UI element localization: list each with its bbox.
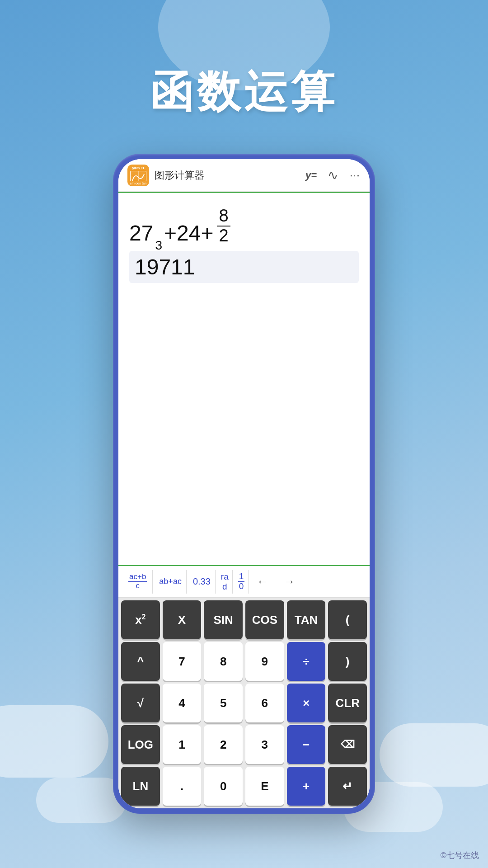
btn-5[interactable]: 5 xyxy=(204,684,243,722)
header-icons: y= ∿ ⋮ xyxy=(305,168,361,183)
kb-row-5: LN . 0 E + ↵ xyxy=(121,767,367,806)
btn-caret[interactable]: ^ xyxy=(121,642,160,681)
expand-label: ab+ac xyxy=(159,577,182,586)
btn-0[interactable]: 0 xyxy=(204,767,243,806)
divide-label: ÷ xyxy=(303,655,309,669)
exp-base: 27 xyxy=(129,221,153,245)
toolbar-row: ac+b c ab+ac 0.33 ra d xyxy=(118,565,370,598)
btn-sqrt[interactable]: √ xyxy=(121,684,160,722)
btn-close-paren[interactable]: ) xyxy=(328,642,367,681)
kb-row-3: √ 4 5 6 × CLR xyxy=(121,684,367,722)
watermark: ©七号在线 xyxy=(441,850,479,861)
fraction-label: ac+b c xyxy=(128,573,147,590)
watermark-text: ©七号在线 xyxy=(441,851,479,860)
sqrt-label: √ xyxy=(137,696,144,710)
app-icon-grid xyxy=(130,171,146,181)
clr-label: CLR xyxy=(335,696,359,710)
btn-1[interactable]: 1 xyxy=(163,725,202,764)
app-icon: y=2x+1 sin cos tan xyxy=(127,165,149,186)
btn-sin[interactable]: SIN xyxy=(204,600,243,639)
close-paren-label: ) xyxy=(346,655,350,669)
2-label: 2 xyxy=(220,738,226,752)
tan-label: TAN xyxy=(295,613,318,627)
toolbar-decimal-btn[interactable]: 0.33 xyxy=(188,570,216,594)
btn-ln[interactable]: LN xyxy=(121,767,160,806)
wave-icon[interactable]: ∿ xyxy=(328,168,338,183)
bg-cloud-right xyxy=(380,723,488,787)
btn-plus[interactable]: + xyxy=(287,767,326,806)
btn-x2[interactable]: x2 xyxy=(121,600,160,639)
btn-9[interactable]: 9 xyxy=(245,642,284,681)
5-label: 5 xyxy=(220,696,226,710)
0-label: 0 xyxy=(220,779,226,793)
4-label: 4 xyxy=(178,696,185,710)
6-label: 6 xyxy=(262,696,268,710)
dot-label: . xyxy=(180,779,183,793)
btn-cos[interactable]: COS xyxy=(245,600,284,639)
btn-3[interactable]: 3 xyxy=(245,725,284,764)
cos-label: COS xyxy=(252,613,277,627)
arrow-left-icon: ← xyxy=(257,575,268,589)
bg-cloud-left xyxy=(0,705,108,778)
multiply-label: × xyxy=(303,696,310,710)
app-header: y=2x+1 sin cos tan 图形计算器 y= ∿ ⋮ xyxy=(118,159,370,192)
x2-label: x2 xyxy=(135,613,145,627)
display-area: 27 3 +24+ 8 2 19711 xyxy=(118,193,370,565)
minus-label: − xyxy=(303,738,310,752)
btn-dot[interactable]: . xyxy=(163,767,202,806)
plus-label: + xyxy=(303,779,310,793)
btn-log[interactable]: LOG xyxy=(121,725,160,764)
toolbar-frac2-btn[interactable]: 1 0 xyxy=(235,570,249,594)
9-label: 9 xyxy=(262,655,268,669)
btn-6[interactable]: 6 xyxy=(245,684,284,722)
btn-4[interactable]: 4 xyxy=(163,684,202,722)
enter-icon: ↵ xyxy=(343,779,352,793)
expression-row: 27 3 +24+ 8 2 xyxy=(129,207,359,245)
e-label: E xyxy=(261,779,268,793)
btn-open-paren[interactable]: ( xyxy=(328,600,367,639)
x-label: X xyxy=(178,613,186,627)
btn-e[interactable]: E xyxy=(245,767,284,806)
toolbar-expand-btn[interactable]: ab+ac xyxy=(155,570,187,594)
btn-clr[interactable]: CLR xyxy=(328,684,367,722)
ln-label: LN xyxy=(133,779,149,793)
toolbar-fraction-btn[interactable]: ac+b c xyxy=(123,570,153,594)
arrow-right-icon: → xyxy=(283,575,295,589)
btn-divide[interactable]: ÷ xyxy=(287,642,326,681)
btn-enter[interactable]: ↵ xyxy=(328,767,367,806)
btn-backspace[interactable]: ⌫ xyxy=(328,725,367,764)
frac2-label: 1 0 xyxy=(238,572,245,591)
fraction-numerator: 8 xyxy=(217,207,230,226)
decimal-label: 0.33 xyxy=(193,576,211,587)
result-row: 19711 xyxy=(129,251,359,283)
btn-tan[interactable]: TAN xyxy=(287,600,326,639)
7-label: 7 xyxy=(178,655,185,669)
app-title: 图形计算器 xyxy=(155,169,305,182)
btn-7[interactable]: 7 xyxy=(163,642,202,681)
btn-multiply[interactable]: × xyxy=(287,684,326,722)
toolbar-rad-btn[interactable]: ra d xyxy=(217,570,233,594)
rad-label: ra xyxy=(221,572,229,582)
btn-2[interactable]: 2 xyxy=(204,725,243,764)
btn-8[interactable]: 8 xyxy=(204,642,243,681)
rad-d-label: d xyxy=(222,582,227,592)
caret-label: ^ xyxy=(137,655,144,669)
btn-minus[interactable]: − xyxy=(287,725,326,764)
kb-row-4: LOG 1 2 3 − ⌫ xyxy=(121,725,367,764)
log-label: LOG xyxy=(128,738,153,752)
toolbar-arrow-left-btn[interactable]: ← xyxy=(250,570,275,594)
8-label: 8 xyxy=(220,655,226,669)
kb-row-2: ^ 7 8 9 ÷ ) xyxy=(121,642,367,681)
btn-x[interactable]: X xyxy=(163,600,202,639)
toolbar-arrow-right-btn[interactable]: → xyxy=(277,570,301,594)
exp-plus-24: +24+ xyxy=(164,221,213,245)
fraction-denominator: 2 xyxy=(217,226,230,245)
open-paren-label: ( xyxy=(346,613,350,627)
phone-mockup: y=2x+1 sin cos tan 图形计算器 y= ∿ ⋮ xyxy=(113,154,375,814)
page-title: 函数运算 xyxy=(0,63,488,122)
3-label: 3 xyxy=(262,738,268,752)
sin-label: SIN xyxy=(214,613,233,627)
fraction-display: 8 2 xyxy=(217,207,230,245)
equation-icon[interactable]: y= xyxy=(305,170,317,181)
menu-dots-icon[interactable]: ⋮ xyxy=(349,171,361,180)
